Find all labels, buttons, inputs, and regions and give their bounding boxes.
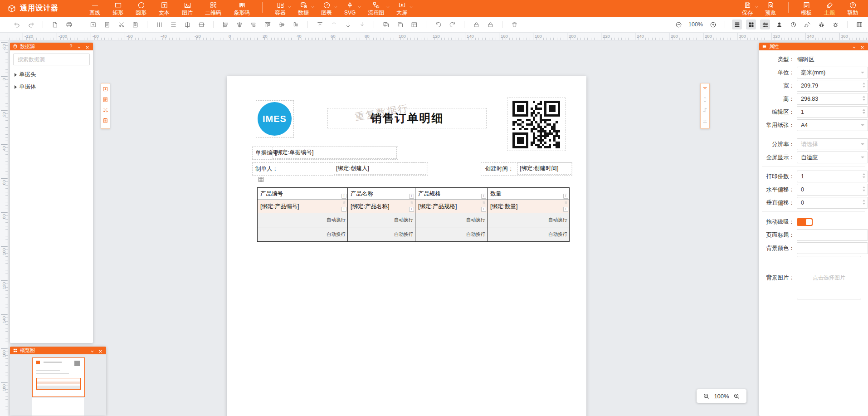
- logo-element[interactable]: IMES: [256, 100, 294, 138]
- close-button[interactable]: [84, 44, 90, 49]
- table-repeat-cell[interactable]: 自动换行: [348, 227, 415, 241]
- center-vertical-icon[interactable]: [182, 20, 192, 29]
- grid-view-icon[interactable]: [746, 20, 756, 29]
- table-header-cell[interactable]: 数量T: [488, 188, 569, 200]
- prop-input-width[interactable]: 209.79: [797, 80, 868, 92]
- delete-icon[interactable]: [564, 201, 568, 205]
- cut-icon[interactable]: [116, 20, 126, 29]
- number-stepper[interactable]: [863, 109, 865, 114]
- list-view-icon[interactable]: [760, 20, 770, 29]
- table-repeat-cell[interactable]: 自动换行: [415, 213, 488, 227]
- table-repeat-cell[interactable]: 自动换行: [488, 227, 569, 241]
- tool-theme[interactable]: 主题: [824, 1, 835, 15]
- user-icon[interactable]: [774, 20, 784, 29]
- clean-icon[interactable]: [802, 20, 812, 29]
- zoom-in-icon[interactable]: [733, 393, 740, 400]
- prop-select-fullscreen[interactable]: 自适应: [797, 152, 868, 163]
- table-handle-icon[interactable]: [258, 176, 264, 183]
- prop-input-bg-color[interactable]: [797, 242, 868, 254]
- history-icon[interactable]: [788, 20, 798, 29]
- table-bind-cell[interactable]: [绑定:数量]T: [488, 200, 569, 213]
- tool-rectangle[interactable]: 矩形: [112, 1, 123, 15]
- debug-icon[interactable]: [830, 20, 840, 29]
- new-file-icon[interactable]: [50, 20, 60, 29]
- tool-data[interactable]: 数据: [298, 1, 309, 15]
- align-middle-icon[interactable]: [277, 20, 287, 29]
- collapse-button[interactable]: [89, 347, 95, 353]
- table-bind-cell[interactable]: [绑定:产品名称]T: [348, 200, 415, 213]
- overview-body[interactable]: [10, 354, 106, 416]
- tool-bigscreen[interactable]: 大屏: [396, 1, 407, 15]
- datasource-search[interactable]: [13, 54, 90, 65]
- overview-thumbnail[interactable]: [32, 357, 85, 397]
- zoom-in-icon[interactable]: [708, 20, 718, 29]
- prop-input-edit-area[interactable]: 1: [797, 106, 868, 118]
- trash-icon[interactable]: [509, 20, 519, 29]
- collapse-button[interactable]: [851, 44, 857, 49]
- qrcode-element[interactable]: [507, 98, 566, 151]
- copy-add-icon[interactable]: [88, 20, 98, 29]
- bring-front-icon[interactable]: [315, 20, 325, 29]
- collapse-button[interactable]: [76, 44, 82, 49]
- prop-toggle-snap[interactable]: [797, 218, 813, 226]
- prop-select-paper[interactable]: A4: [797, 119, 868, 131]
- table-repeat-cell[interactable]: 自动换行: [415, 227, 488, 241]
- send-back-icon[interactable]: [357, 20, 367, 29]
- search-input[interactable]: [17, 56, 86, 63]
- delete-icon[interactable]: [342, 201, 346, 205]
- ant-icon[interactable]: [816, 20, 826, 29]
- data-table[interactable]: 产品编号T产品名称T产品规格T数量T[绑定:产品编号]T[绑定:产品名称]T[绑…: [257, 187, 570, 242]
- duplicate-icon[interactable]: [395, 20, 405, 29]
- delete-icon[interactable]: [482, 201, 486, 205]
- design-page[interactable]: IMES 销售订单明细 单据编号： [绑定:单据编号] 制单人： [绑定:创建人…: [227, 76, 586, 416]
- table-header-cell[interactable]: 产品规格T: [415, 188, 488, 200]
- stack-view-icon[interactable]: [732, 20, 742, 29]
- notes-icon[interactable]: [102, 97, 108, 103]
- datasource-panel-header[interactable]: 数据源 ?: [10, 43, 93, 50]
- close-button[interactable]: [859, 44, 865, 49]
- prop-imagepicker-bg-image[interactable]: 点击选择图片: [797, 256, 861, 299]
- prop-select-unit[interactable]: 毫米(mm): [797, 67, 868, 78]
- tool-barcode[interactable]: 条形码: [234, 1, 250, 15]
- cut-icon[interactable]: [102, 107, 108, 113]
- tool-image[interactable]: 图片: [182, 1, 193, 15]
- tool-line[interactable]: 直线: [89, 1, 100, 15]
- tool-container[interactable]: 容器: [275, 1, 286, 15]
- combine-icon[interactable]: [381, 20, 391, 29]
- tool-svg[interactable]: SVG: [344, 1, 356, 15]
- field-bind-value[interactable]: [绑定:创建人]: [334, 162, 426, 175]
- title-element[interactable]: 销售订单明细: [327, 108, 487, 128]
- number-stepper[interactable]: [863, 83, 865, 88]
- tool-save[interactable]: 保存: [742, 1, 753, 15]
- move-down-icon[interactable]: [343, 20, 353, 29]
- zoom-out-icon[interactable]: [703, 393, 710, 400]
- tool-flowchart[interactable]: 流程图: [368, 1, 384, 15]
- number-stepper[interactable]: [863, 186, 865, 191]
- table-repeat-cell[interactable]: 自动换行: [258, 227, 348, 241]
- prop-input-offset-y[interactable]: 0: [797, 197, 868, 209]
- rotate-left-icon[interactable]: [433, 20, 443, 29]
- table-repeat-cell[interactable]: 自动换行: [258, 213, 348, 227]
- table-repeat-cell[interactable]: 自动换行: [488, 213, 569, 227]
- table-header-cell[interactable]: 产品编号T: [258, 188, 348, 200]
- field-createtime[interactable]: 创建时间： [绑定:创建时间]: [481, 162, 572, 176]
- paste-icon[interactable]: [102, 117, 108, 123]
- rotate-right-icon[interactable]: [447, 20, 457, 29]
- arrows-v-icon[interactable]: [702, 97, 708, 103]
- frame-icon[interactable]: [409, 20, 419, 29]
- number-stepper[interactable]: [863, 200, 865, 205]
- field-bind-value[interactable]: [绑定:单据编号]: [273, 147, 397, 159]
- to-bottom-icon[interactable]: [702, 117, 708, 123]
- copy-doc-icon[interactable]: [102, 20, 112, 29]
- prop-input-height[interactable]: 296.83: [797, 93, 868, 105]
- overview-panel-header[interactable]: 概览图: [10, 347, 106, 354]
- table-header-cell[interactable]: 产品名称T: [348, 188, 415, 200]
- delete-icon[interactable]: [410, 201, 414, 205]
- tool-preview[interactable]: 预览: [765, 1, 776, 15]
- table-repeat-cell[interactable]: 自动换行: [348, 213, 415, 227]
- tool-ellipse[interactable]: 圆形: [136, 1, 146, 15]
- lock-icon[interactable]: [471, 20, 481, 29]
- columns-view-icon[interactable]: [854, 20, 864, 29]
- prop-input-page-title[interactable]: [797, 229, 868, 241]
- tool-help[interactable]: 帮助: [847, 1, 858, 15]
